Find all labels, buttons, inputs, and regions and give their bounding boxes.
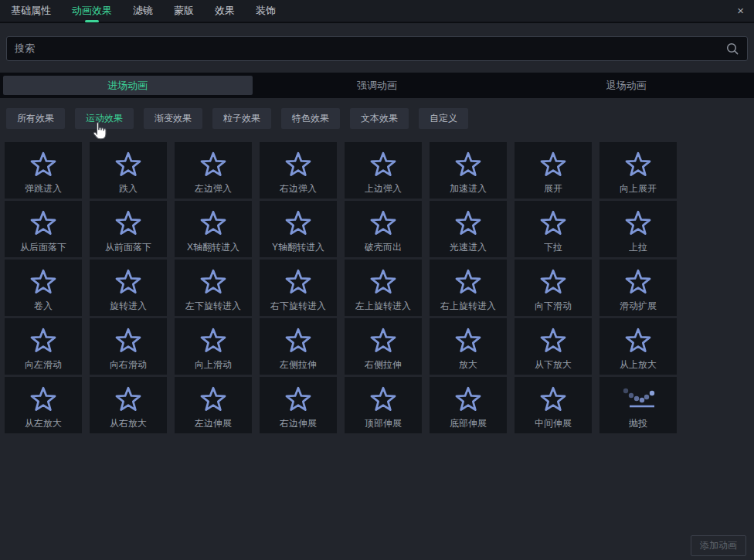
- filter-chip-1[interactable]: 运动效果: [75, 108, 134, 129]
- category-tab-2[interactable]: 退场动画: [501, 76, 751, 95]
- effect-tile-28[interactable]: 右侧拉伸: [345, 318, 422, 375]
- effect-tile-5[interactable]: 加速进入: [430, 142, 507, 199]
- effect-label: 中间伸展: [535, 419, 572, 428]
- effect-label: 跌入: [119, 184, 138, 193]
- category-tab-0[interactable]: 进场动画: [3, 76, 253, 95]
- effect-tile-21[interactable]: 右上旋转进入: [430, 260, 507, 316]
- star-zoom-in-from-bottom-icon: [538, 324, 569, 355]
- effect-label: 滑动扩展: [620, 301, 657, 311]
- effect-label: 右上旋转进入: [440, 301, 496, 311]
- effect-label: 弹跳进入: [25, 184, 62, 193]
- effect-tile-37[interactable]: 底部伸展: [430, 377, 507, 433]
- star-stretch-left-icon: [283, 324, 314, 355]
- star-hatch-out-icon: [368, 207, 399, 238]
- add-animation-button[interactable]: 添加动画: [691, 535, 746, 556]
- effect-label: 右边弹入: [280, 184, 317, 193]
- effect-tile-14[interactable]: 下拉: [515, 201, 592, 257]
- effect-label: 左上旋转进入: [355, 301, 411, 311]
- top-tab-4[interactable]: 效果: [215, 0, 235, 22]
- effect-tile-16[interactable]: 卷入: [5, 260, 82, 316]
- effect-label: 向上展开: [620, 184, 657, 193]
- effect-label: 从右放大: [110, 419, 147, 428]
- effect-tile-19[interactable]: 右下旋转进入: [260, 260, 337, 316]
- effect-tile-3[interactable]: 右边弹入: [260, 142, 337, 199]
- search-input[interactable]: 搜索: [6, 36, 748, 61]
- filter-chip-6[interactable]: 自定义: [419, 108, 468, 129]
- effect-tile-0[interactable]: 弹跳进入: [5, 142, 82, 199]
- effect-tile-18[interactable]: 左下旋转进入: [175, 260, 252, 316]
- effect-tile-2[interactable]: 左边弹入: [175, 142, 252, 199]
- star-bounce-from-left-icon: [198, 148, 229, 179]
- effect-label: 向下滑动: [535, 301, 572, 311]
- star-extend-right-icon: [283, 383, 314, 414]
- effect-tile-38[interactable]: 中间伸展: [515, 377, 592, 433]
- filter-chip-5[interactable]: 文本效果: [350, 108, 409, 129]
- top-tab-bar: 基础属性动画效果滤镜蒙版效果装饰 ×: [0, 0, 754, 23]
- effect-tile-17[interactable]: 旋转进入: [90, 260, 167, 316]
- effect-tile-4[interactable]: 上边弹入: [345, 142, 422, 199]
- effect-tile-33[interactable]: 从右放大: [90, 377, 167, 433]
- top-tab-1[interactable]: 动画效果: [72, 0, 112, 22]
- close-icon[interactable]: ×: [734, 0, 747, 23]
- top-tab-0[interactable]: 基础属性: [11, 0, 51, 22]
- star-pull-up-icon: [623, 207, 654, 238]
- filter-chip-3[interactable]: 粒子效果: [212, 108, 271, 129]
- effect-label: 光速进入: [450, 243, 487, 252]
- star-accelerate-in-icon: [453, 148, 484, 179]
- effect-tile-13[interactable]: 光速进入: [430, 201, 507, 257]
- star-extend-center-icon: [538, 383, 569, 414]
- top-tab-3[interactable]: 蒙版: [174, 0, 194, 22]
- effect-tile-20[interactable]: 左上旋转进入: [345, 260, 422, 316]
- star-drop-in-icon: [113, 148, 144, 179]
- star-extend-left-icon: [198, 383, 229, 414]
- effect-tile-35[interactable]: 右边伸展: [260, 377, 337, 433]
- effect-tile-9[interactable]: 从前面落下: [90, 201, 167, 257]
- top-tab-5[interactable]: 装饰: [256, 0, 276, 22]
- effect-tile-10[interactable]: X轴翻转进入: [175, 201, 252, 257]
- star-slide-down-icon: [538, 266, 569, 297]
- filter-chip-2[interactable]: 渐变效果: [144, 108, 202, 129]
- effect-label: 从下放大: [535, 360, 572, 369]
- effect-tile-27[interactable]: 左侧拉伸: [260, 318, 337, 375]
- effect-tile-32[interactable]: 从左放大: [5, 377, 82, 433]
- effect-label: 展开: [544, 184, 562, 193]
- effect-label: 卷入: [34, 301, 53, 311]
- effect-label: 破壳而出: [365, 243, 402, 252]
- filter-chip-0[interactable]: 所有效果: [6, 108, 65, 129]
- effect-tile-39[interactable]: 抛投: [599, 377, 677, 433]
- effect-tile-7[interactable]: 向上展开: [599, 142, 677, 199]
- effect-tile-11[interactable]: Y轴翻转进入: [260, 201, 337, 257]
- effect-tile-29[interactable]: 放大: [430, 318, 507, 375]
- category-tab-1[interactable]: 强调动画: [253, 76, 502, 95]
- effect-label: 旋转进入: [110, 301, 147, 311]
- effect-tile-6[interactable]: 展开: [515, 142, 592, 199]
- effect-tile-12[interactable]: 破壳而出: [345, 201, 422, 257]
- effect-tile-36[interactable]: 顶部伸展: [345, 377, 422, 433]
- effect-label: 向左滑动: [25, 360, 62, 369]
- effect-label: 右边伸展: [280, 419, 317, 428]
- star-zoom-in-from-right-icon: [113, 383, 144, 414]
- search-row: 搜索: [0, 23, 754, 61]
- star-pull-down-icon: [538, 207, 569, 238]
- effect-tile-8[interactable]: 从后面落下: [5, 201, 82, 257]
- effect-label: 从后面落下: [20, 243, 66, 252]
- effect-tile-31[interactable]: 从上放大: [599, 318, 677, 375]
- effect-tile-22[interactable]: 向下滑动: [515, 260, 592, 316]
- effect-label: 从左放大: [25, 419, 62, 428]
- top-tabs: 基础属性动画效果滤镜蒙版效果装饰: [11, 0, 297, 22]
- star-flip-x-in-icon: [198, 207, 229, 238]
- effect-tile-34[interactable]: 左边伸展: [175, 377, 252, 433]
- filter-chip-4[interactable]: 特色效果: [281, 108, 340, 129]
- effects-grid: 弹跳进入跌入左边弹入右边弹入上边弹入加速进入展开向上展开从后面落下从前面落下X轴…: [5, 142, 754, 433]
- top-tab-2[interactable]: 滤镜: [133, 0, 153, 22]
- effect-tile-26[interactable]: 向上滑动: [175, 318, 252, 375]
- effect-tile-24[interactable]: 向左滑动: [5, 318, 82, 375]
- search-placeholder: 搜索: [15, 42, 725, 56]
- effect-label: 底部伸展: [450, 419, 487, 428]
- effect-tile-30[interactable]: 从下放大: [515, 318, 592, 375]
- effect-tile-25[interactable]: 向右滑动: [90, 318, 167, 375]
- effect-tile-1[interactable]: 跌入: [90, 142, 167, 199]
- effect-tile-15[interactable]: 上拉: [599, 201, 677, 257]
- effect-tile-23[interactable]: 滑动扩展: [599, 260, 677, 316]
- star-zoom-in-from-top-icon: [623, 324, 654, 355]
